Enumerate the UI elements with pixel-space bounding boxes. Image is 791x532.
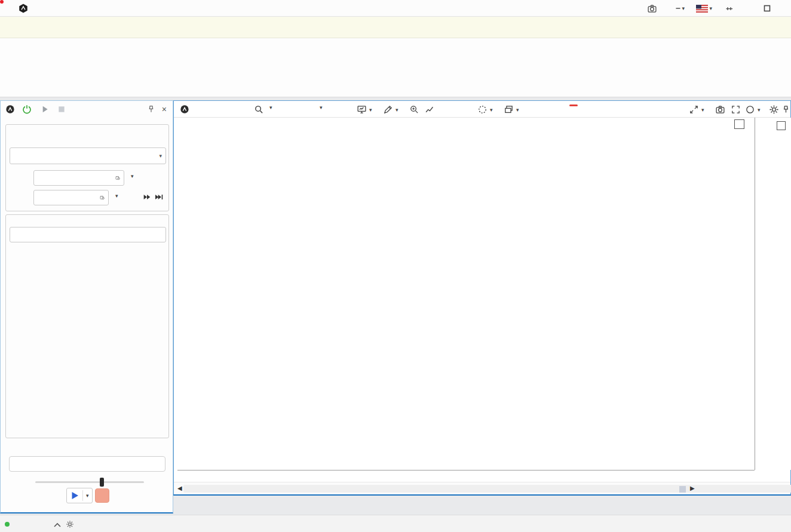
replay-panel: × ▾ ▾ ▾ (0, 100, 173, 513)
parameters-group: ▾ ▾ ▾ (5, 124, 169, 211)
calendar-clock-icon[interactable] (100, 193, 108, 202)
market-data-type-select[interactable]: ▾ (10, 147, 166, 164)
time-axis[interactable] (177, 470, 755, 482)
drawing-tools-button[interactable]: ▾ (383, 104, 398, 115)
maximize-button[interactable] (764, 3, 771, 14)
chevron-down-icon: ▾ (396, 107, 398, 113)
timeframe-select[interactable]: ▾ (267, 104, 272, 110)
from-timezone-select[interactable]: ▾ (129, 173, 134, 179)
speed-slider-track[interactable] (35, 481, 144, 483)
to-timezone-select[interactable]: ▾ (114, 193, 118, 199)
color-theme-button[interactable]: ▾ (745, 104, 761, 115)
us-flag-icon (696, 5, 708, 13)
replay-panel-header: × (1, 101, 173, 118)
chevron-down-icon: ▾ (682, 5, 685, 11)
title-bar: ▾ ▾ (0, 0, 791, 17)
pin-icon[interactable] (781, 104, 791, 115)
pin-icon[interactable] (146, 104, 156, 114)
indicators-button[interactable] (425, 104, 437, 115)
ribbon-tab-bar (0, 17, 791, 38)
help-icon (676, 8, 680, 9)
play-icon[interactable] (40, 104, 50, 114)
workspace-tab-bar (173, 497, 791, 513)
chevron-down-icon: ▾ (269, 104, 272, 110)
status-bar (0, 515, 791, 532)
atas-logo (5, 104, 15, 114)
window-layout-button[interactable]: ▾ (504, 104, 519, 115)
from-input[interactable] (33, 170, 124, 186)
connection-status-icon (5, 522, 10, 527)
chart-bottom-bar: ◀ ▶ (174, 482, 790, 494)
search-icon[interactable] (254, 104, 264, 115)
display-mode-button[interactable]: ▾ (357, 104, 372, 115)
chevron-down-icon: ▾ (320, 104, 323, 110)
chevron-down-icon: ▾ (516, 107, 519, 113)
chevron-down-icon: ▾ (159, 153, 165, 159)
chart-window: ▾ ▾ ▾ ▾ ▾ ▾ ▾ ▾ × ◀ ▶ (173, 100, 791, 496)
atas-logo (180, 104, 189, 114)
chevron-down-icon: ▾ (490, 107, 493, 113)
close-icon[interactable]: × (162, 104, 167, 114)
restore-window-icon[interactable]: ▾ (689, 104, 704, 115)
chevron-down-icon: ▾ (115, 193, 118, 199)
play-split-button[interactable]: ▾ (66, 488, 93, 503)
price-axis[interactable] (755, 118, 791, 470)
trader-square-icon[interactable] (679, 486, 686, 493)
fullscreen-icon[interactable] (731, 104, 741, 115)
scroll-left-icon[interactable]: ◀ (177, 485, 182, 491)
chevron-down-icon: ▾ (701, 107, 704, 113)
atas-logo (18, 3, 29, 14)
play-icon[interactable] (69, 490, 80, 501)
skip-to-end-icon[interactable] (154, 192, 164, 202)
progress-bar (9, 456, 165, 472)
trader-expand-icon[interactable]: ▶ (690, 485, 695, 491)
horizontal-scrollbar[interactable] (183, 485, 791, 493)
chevron-down-icon: ▾ (131, 173, 134, 179)
language-menu[interactable]: ▾ (696, 3, 712, 14)
gear-icon[interactable] (66, 520, 74, 528)
screenshot-icon[interactable] (647, 3, 657, 14)
chevron-up-icon[interactable] (54, 522, 61, 528)
fixed-scale-marker[interactable] (777, 121, 786, 130)
chevron-down-icon: ▾ (758, 107, 761, 113)
pin-window-icon[interactable] (725, 3, 734, 14)
calendar-clock-icon[interactable] (115, 174, 124, 182)
chart-plot-area[interactable] (177, 118, 755, 470)
search-input[interactable] (10, 227, 166, 242)
stop-icon[interactable] (57, 104, 66, 114)
clusters-mode-button[interactable]: ▾ (477, 104, 493, 115)
speed-slider-handle[interactable] (100, 478, 104, 487)
to-input[interactable] (33, 190, 109, 205)
stop-playback-button[interactable] (95, 488, 109, 503)
gear-icon[interactable] (769, 104, 779, 115)
instruments-group (5, 214, 169, 438)
chart-toolbar: ▾ ▾ ▾ ▾ ▾ ▾ ▾ ▾ × (174, 101, 790, 118)
power-connect-icon[interactable] (22, 104, 32, 114)
ribbon-toolbar (0, 38, 791, 97)
fast-forward-icon[interactable] (142, 192, 152, 202)
replay-mode-badge (569, 104, 578, 106)
chevron-down-icon: ▾ (369, 107, 372, 113)
chevron-down-icon: ▾ (709, 5, 712, 11)
chevron-down-icon[interactable]: ▾ (82, 490, 92, 501)
lots-select[interactable]: ▾ (317, 104, 323, 110)
autoscroll-marker[interactable] (734, 119, 744, 129)
camera-icon[interactable] (715, 104, 725, 115)
zoom-in-icon[interactable] (409, 104, 419, 115)
help-menu[interactable]: ▾ (676, 3, 685, 14)
